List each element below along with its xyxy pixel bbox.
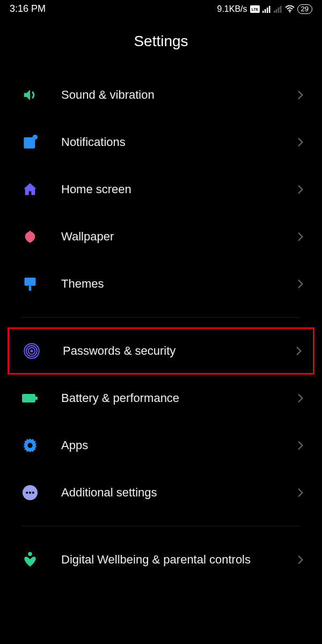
chevron-right-icon	[295, 137, 306, 148]
volte-icon: LTE	[250, 5, 260, 13]
svg-rect-5	[269, 6, 270, 13]
chevron-right-icon	[295, 393, 306, 404]
svg-point-28	[28, 552, 32, 557]
svg-rect-15	[25, 277, 36, 286]
page-title: Settings	[0, 33, 322, 50]
battery-icon: 29	[297, 4, 312, 14]
settings-item-additional[interactable]: Additional settings	[0, 469, 322, 516]
divider	[21, 526, 301, 526]
svg-point-14	[29, 231, 32, 233]
wellbeing-icon	[21, 551, 39, 568]
settings-item-wallpaper[interactable]: Wallpaper	[0, 213, 322, 260]
chevron-right-icon	[295, 487, 306, 498]
wallpaper-icon	[21, 228, 39, 245]
row-label: Digital Wellbeing & parental controls	[61, 553, 295, 567]
row-label: Battery & performance	[61, 391, 295, 405]
svg-point-13	[33, 135, 38, 140]
svg-point-23	[27, 443, 32, 448]
svg-rect-2	[262, 11, 264, 13]
svg-point-26	[29, 492, 31, 494]
apps-icon	[21, 437, 39, 454]
home-icon	[21, 181, 39, 198]
svg-rect-4	[267, 8, 268, 13]
row-label: Themes	[61, 277, 295, 291]
row-label: Notifications	[61, 135, 295, 149]
settings-item-home[interactable]: Home screen	[0, 166, 322, 213]
status-bar: 3:16 PM 9.1KB/s LTE 29	[0, 0, 322, 17]
network-speed: 9.1KB/s	[217, 4, 247, 14]
settings-item-notifications[interactable]: Notifications	[0, 119, 322, 166]
chevron-right-icon	[294, 346, 304, 356]
settings-item-battery[interactable]: Battery & performance	[0, 375, 322, 422]
svg-point-11	[289, 11, 290, 12]
row-label: Additional settings	[61, 486, 295, 500]
chevron-right-icon	[295, 184, 306, 195]
row-label: Apps	[61, 438, 295, 452]
settings-item-wellbeing[interactable]: Digital Wellbeing & parental controls	[0, 536, 322, 583]
status-time: 3:16 PM	[10, 3, 46, 14]
row-label: Home screen	[61, 182, 295, 196]
svg-text:LTE: LTE	[251, 8, 258, 11]
svg-rect-3	[265, 9, 266, 13]
divider	[21, 317, 301, 318]
battery-perf-icon	[21, 390, 39, 407]
svg-point-25	[26, 492, 28, 494]
chevron-right-icon	[295, 279, 306, 289]
svg-point-27	[32, 492, 34, 494]
svg-point-20	[31, 350, 33, 353]
row-label: Sound & vibration	[61, 88, 295, 102]
settings-item-themes[interactable]: Themes	[0, 260, 322, 308]
svg-rect-16	[29, 286, 32, 291]
svg-rect-22	[35, 397, 38, 400]
settings-item-security[interactable]: Passwords & security	[8, 327, 314, 375]
chevron-right-icon	[295, 231, 306, 242]
signal-2-icon	[274, 5, 282, 13]
chevron-right-icon	[295, 440, 306, 451]
row-label: Passwords & security	[63, 344, 294, 358]
svg-rect-21	[22, 394, 35, 402]
chevron-right-icon	[295, 554, 306, 565]
chevron-right-icon	[295, 90, 306, 100]
more-icon	[21, 484, 39, 501]
sound-icon	[21, 86, 39, 104]
settings-item-apps[interactable]: Apps	[0, 422, 322, 469]
settings-item-sound[interactable]: Sound & vibration	[0, 71, 322, 119]
wifi-icon	[285, 5, 295, 13]
fingerprint-icon	[23, 342, 40, 360]
row-label: Wallpaper	[61, 230, 295, 244]
themes-icon	[21, 275, 39, 292]
signal-1-icon	[262, 5, 271, 13]
notifications-icon	[21, 134, 39, 151]
status-icons: 9.1KB/s LTE 29	[217, 4, 313, 14]
